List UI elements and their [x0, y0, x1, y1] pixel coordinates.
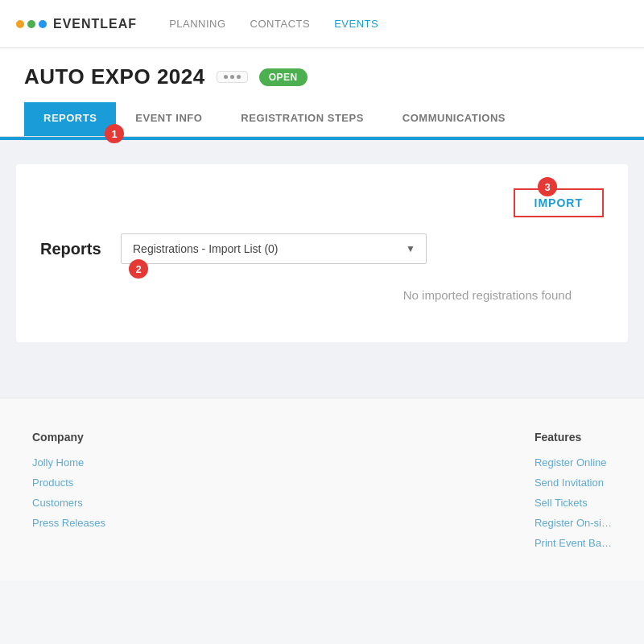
tabs-row: REPORTS 1 EVENT INFO REGISTRATION STEPS …	[24, 102, 620, 136]
event-header: AUTO EXPO 2024 OPEN REPORTS 1 EVENT INFO…	[0, 48, 644, 137]
annotation-3: 3	[538, 177, 557, 196]
footer-press-releases[interactable]: Press Releases	[32, 517, 105, 529]
dots-menu-button[interactable]	[217, 71, 248, 83]
tab-registration-steps[interactable]: REGISTRATION STEPS	[221, 102, 383, 136]
logo-dots	[16, 20, 47, 28]
nav-planning[interactable]: PLANNING	[169, 18, 225, 30]
nav-events[interactable]: EVENTS	[334, 18, 378, 30]
footer-register-onsite[interactable]: Register On-si…	[535, 517, 612, 529]
event-title-row: AUTO EXPO 2024 OPEN	[24, 64, 620, 89]
footer-print-event[interactable]: Print Event Ba…	[535, 537, 612, 549]
footer-jolly-home[interactable]: Jolly Home	[32, 456, 105, 469]
reports-row: Reports Registrations - Import List (0) …	[40, 233, 604, 264]
tab-event-info[interactable]: EVENT INFO	[116, 102, 221, 136]
dot2	[230, 75, 234, 79]
event-title: AUTO EXPO 2024	[24, 64, 205, 89]
reports-select-wrapper: Registrations - Import List (0) Registra…	[121, 233, 427, 264]
dot-blue	[39, 20, 47, 28]
footer-features-col: Features Register Online Send Invitation…	[535, 431, 612, 557]
footer-register-online[interactable]: Register Online	[535, 456, 612, 469]
reports-card: 3 IMPORT Reports Registrations - Import …	[16, 164, 628, 342]
nav-links: PLANNING CONTACTS EVENTS	[169, 18, 378, 30]
import-button-area: 3 IMPORT	[40, 188, 604, 217]
footer: Company Jolly Home Products Customers Pr…	[0, 398, 644, 581]
footer-products[interactable]: Products	[32, 477, 105, 489]
logo-area: EVENTLEAF	[16, 17, 137, 31]
nav-contacts[interactable]: CONTACTS	[250, 18, 311, 30]
main-content: 3 IMPORT Reports Registrations - Import …	[0, 140, 644, 398]
footer-company-col: Company Jolly Home Products Customers Pr…	[32, 431, 105, 557]
footer-features-heading: Features	[535, 431, 612, 444]
dot3	[237, 75, 241, 79]
top-navigation: EVENTLEAF PLANNING CONTACTS EVENTS	[0, 0, 644, 48]
reports-dropdown[interactable]: Registrations - Import List (0) Registra…	[121, 233, 427, 264]
logo-text: EVENTLEAF	[53, 17, 137, 31]
dot-green	[27, 20, 35, 28]
footer-customers[interactable]: Customers	[32, 497, 105, 509]
footer-send-invitation[interactable]: Send Invitation	[535, 477, 612, 489]
reports-label: Reports	[40, 240, 105, 258]
footer-company-heading: Company	[32, 431, 105, 444]
open-status-badge: OPEN	[259, 68, 308, 86]
annotation-2: 2	[129, 259, 148, 279]
tab-communications[interactable]: COMMUNICATIONS	[383, 102, 525, 136]
import-button[interactable]: IMPORT	[514, 188, 604, 217]
dot-orange	[16, 20, 24, 28]
tab-reports[interactable]: REPORTS 1	[24, 102, 116, 136]
empty-state-message: No imported registrations found	[40, 288, 604, 302]
dot1	[224, 75, 228, 79]
footer-sell-tickets[interactable]: Sell Tickets	[535, 497, 612, 509]
